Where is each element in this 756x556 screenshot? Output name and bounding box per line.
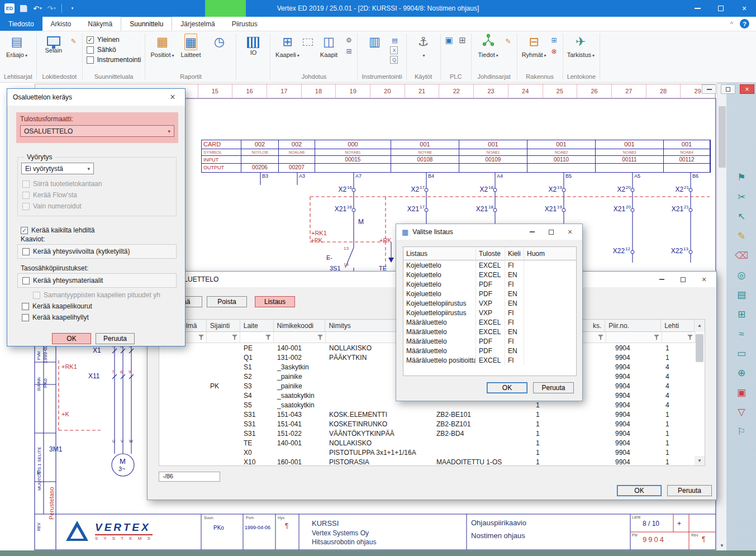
list-item[interactable]: MääräluetteloEXCELFI [403, 317, 576, 327]
listing-table[interactable]: Listaus Tuloste Kieli Huom KojeluetteloE… [403, 246, 577, 376]
filter-icon[interactable] [654, 334, 659, 340]
dialog-close-button[interactable]: × [168, 93, 177, 102]
table-row[interactable]: S31151-043KOSK.ELEMENTTIZB2-BE101199041 [159, 410, 705, 419]
tiedot-button[interactable]: Tiedot▾ [476, 34, 501, 59]
gear-icon[interactable]: ⚙ [344, 36, 353, 45]
tab-nakyma[interactable]: Näkymä [79, 17, 121, 31]
vertical-scrollbar[interactable]: ▲ ▼ [717, 84, 726, 550]
edit-log-icon[interactable]: ✎ [69, 37, 78, 46]
io-button[interactable]: IO [240, 34, 266, 56]
scrollbar-thumb[interactable] [719, 106, 726, 168]
yhteysviivoilta-checkbox[interactable]: Kerää yhteysviivoilta (kytketyiltä) [22, 248, 130, 255]
box-tool[interactable]: ▭ [737, 348, 746, 359]
table-row[interactable]: TE140-001NOLLAKISKO199041 [159, 438, 705, 448]
siirra-checkbox[interactable]: Siirrä tuotetietokantaan [22, 180, 102, 188]
undo-button[interactable]: ↶▾ [31, 2, 44, 15]
mdi-restore-button[interactable] [721, 84, 735, 94]
pen-tool[interactable]: ✎ [738, 231, 745, 242]
kaapit-button[interactable]: ◫ Kaapit [316, 34, 341, 59]
numeroidut-checkbox[interactable]: Vain numeroidut [22, 202, 82, 210]
vyorytys-dropdown[interactable]: Ei vyörytystä ▾ [21, 163, 94, 174]
peruuta-button[interactable]: Peruuta [667, 485, 712, 496]
list-item[interactable]: KojeluetteloEXCELEN [403, 270, 576, 279]
list-item[interactable]: KojeluetteloPDFFI [403, 279, 576, 289]
laitteet-button[interactable]: ▦ Laitteet [178, 34, 203, 59]
table-row[interactable]: S5_saatokytkin199044 [159, 400, 705, 410]
instrumentointi-checkbox[interactable]: Instrumentointi [87, 56, 141, 64]
redo-button[interactable]: ↷▾ [45, 2, 58, 15]
dialog-titlebar[interactable]: ▦ Valitse listaus × [396, 224, 582, 240]
x-doc-icon[interactable]: X [390, 46, 398, 54]
dialog-close-button[interactable]: × [700, 275, 709, 284]
peruuta-button[interactable]: Peruuta [96, 333, 135, 344]
kaapelikourut-checkbox[interactable]: Kerää kaapelikourut [22, 302, 92, 310]
mdi-minimize-button[interactable] [702, 84, 716, 94]
flag-tool[interactable]: ⚑ [737, 172, 745, 183]
tab-jarjestelma[interactable]: Järjestelmä [172, 17, 223, 31]
filter-icon[interactable] [265, 334, 271, 340]
scissors-tool[interactable]: ✂ [738, 192, 745, 203]
tab-arkisto[interactable]: Arkisto [42, 17, 80, 31]
list-item[interactable]: KojeluettelopiirustusVXPEN [403, 298, 576, 308]
customize-qat-button[interactable]: ▾ [66, 2, 78, 15]
ryhmat-button[interactable]: ⊟ Ryhmät▾ [521, 34, 547, 59]
tag-tool[interactable]: ⚐ [737, 426, 745, 438]
collapse-ribbon-button[interactable]: ^ [730, 21, 733, 27]
instrument-sheet-button[interactable]: ▥ [362, 34, 387, 50]
filter-icon[interactable] [687, 334, 693, 340]
help-button[interactable]: ? [740, 19, 749, 28]
scheduled-report-button[interactable]: ◷ [206, 34, 232, 50]
app-logo[interactable]: ED [3, 2, 16, 15]
zoom-tool[interactable]: ⊕ [738, 368, 745, 379]
table-row[interactable]: X0PISTOTULPPA 3x1+1+1/16A199041 [159, 448, 705, 457]
scroll-down-button[interactable]: ▼ [717, 541, 726, 550]
add-group-icon[interactable]: ⊞ [550, 36, 559, 45]
edit-harness-icon[interactable]: ✎ [504, 37, 513, 46]
table-scrollbar-thumb[interactable] [696, 334, 703, 362]
kaapelihyllyt-checkbox[interactable]: Kerää kaapelihyllyt [22, 313, 89, 321]
mdi-close-button[interactable]: × [740, 84, 754, 94]
list-item[interactable]: MääräluetteloPDFFI [403, 336, 576, 346]
dialog-minimize-button[interactable] [657, 275, 666, 284]
filter-icon[interactable] [598, 334, 603, 340]
table-scroll-up-button[interactable]: ▲ [695, 320, 705, 332]
dialog-titlebar[interactable]: Osaluettelon keräys × [7, 89, 185, 106]
table-row[interactable]: S31151-041KOSKETINRUNKOZB2-BZ101199041 [159, 419, 705, 429]
grid-small-icon[interactable]: ⊞ [344, 47, 353, 56]
poista-button[interactable]: Poista [207, 296, 247, 307]
remove-group-icon[interactable]: ⊗ [550, 47, 559, 56]
filter-icon[interactable] [198, 334, 204, 340]
erase-tool[interactable]: ⌫ [735, 250, 748, 262]
tab-tiedosto[interactable]: Tiedosto [0, 17, 42, 31]
selection-box-icon[interactable] [303, 39, 313, 46]
minimize-button[interactable] [686, 0, 709, 17]
maximize-button[interactable] [709, 0, 733, 17]
kaikilta-checkbox[interactable]: ✓Kerää kaikilta lehdiltä [21, 226, 94, 234]
table-scroll-down-button[interactable]: ▼ [695, 456, 705, 465]
table-row[interactable]: X10160-001PISTORASIAMAADOITETTU 1-OS1990… [159, 457, 705, 467]
table-row[interactable]: S31151-022VÄÄNTÖKYTKINPÄÄZB2-BD4199041 [159, 429, 705, 438]
dialog-maximize-button[interactable] [546, 227, 555, 236]
list-item[interactable]: MääräluetteloPDFEN [403, 346, 576, 355]
list-item[interactable]: KojeluetteloEXCELFI [403, 260, 576, 270]
ok-button[interactable]: OK [617, 485, 662, 496]
q-doc-icon[interactable]: Q [390, 56, 398, 64]
tarkistus-button[interactable]: ✈ Tarkistus▾ [567, 34, 595, 59]
grid-tool[interactable]: ⊞ [738, 309, 745, 320]
filter-icon[interactable] [317, 334, 323, 340]
yhteysmateriaalit-checkbox[interactable]: Kerää yhteysmateriaalit [22, 277, 103, 284]
filter-icon[interactable] [232, 334, 237, 340]
list-item[interactable]: Määräluettelo positioittainEXCELFI [403, 355, 576, 365]
eraajo-button[interactable]: ▤ Eräajo▾ [4, 34, 30, 59]
dialog-close-button[interactable]: × [565, 227, 574, 236]
list-item[interactable]: KojeluetteloPDFEN [403, 289, 576, 298]
positiot-button[interactable]: ▦ Positiot▾ [149, 34, 175, 59]
listaus-button[interactable]: Listaus [255, 296, 295, 307]
list-item[interactable]: MääräluetteloEXCELEN [403, 327, 576, 336]
kaytot-button[interactable]: ⚓ ▾ [411, 34, 436, 59]
close-button[interactable]: × [733, 0, 756, 17]
plc-board-icon[interactable]: ▣ [445, 36, 454, 45]
doc-small-icon[interactable]: ▤ [390, 36, 399, 45]
laite-filter-input[interactable] [243, 334, 261, 341]
ok-button[interactable]: OK [487, 382, 527, 393]
